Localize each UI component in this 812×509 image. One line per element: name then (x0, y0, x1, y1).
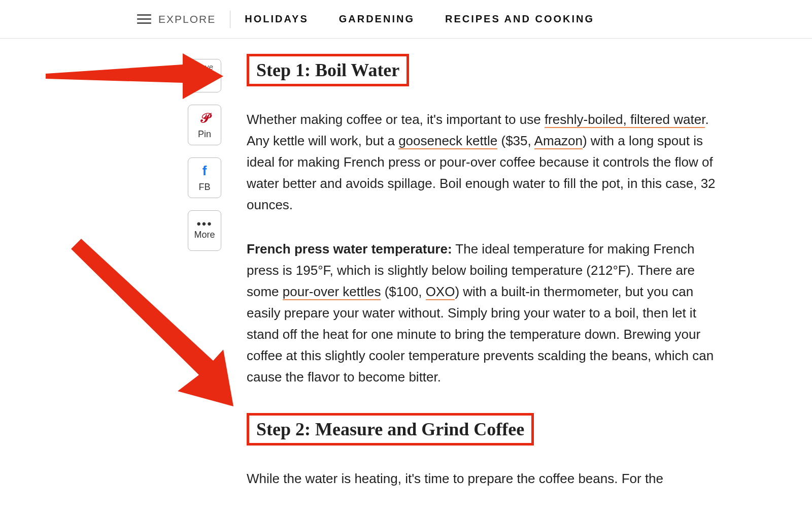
top-nav: EXPLORE HOLIDAYS GARDENING RECIPES AND C… (0, 0, 812, 39)
text: Whether making coffee or tea, it's impor… (247, 112, 545, 127)
nav-link-holidays[interactable]: HOLIDAYS (245, 13, 309, 25)
save-button[interactable]: Save (188, 59, 221, 92)
step2-heading: Step 2: Measure and Grind Coffee (247, 413, 534, 446)
pin-button[interactable]: 𝒫 Pin (188, 105, 221, 145)
nav-divider (230, 11, 230, 28)
save-label: Save (196, 62, 213, 71)
nav-link-gardening[interactable]: GARDENING (339, 13, 415, 25)
link-gooseneck-kettle[interactable]: gooseneck kettle (398, 133, 497, 149)
link-oxo[interactable]: OXO (426, 284, 455, 300)
explore-button[interactable]: EXPLORE (137, 13, 216, 25)
facebook-icon: f (202, 163, 207, 179)
nav-link-recipes[interactable]: RECIPES AND COOKING (445, 13, 594, 25)
link-amazon[interactable]: Amazon (534, 133, 583, 149)
fb-label: FB (198, 182, 210, 193)
pin-label: Pin (198, 129, 211, 140)
more-label: More (194, 230, 215, 240)
paragraph-3: While the water is heating, it's time to… (247, 468, 724, 489)
article-body: Step 1: Boil Water Whether making coffee… (247, 54, 724, 502)
text: ($35, (497, 133, 534, 148)
nav-links: HOLIDAYS GARDENING RECIPES AND COOKING (245, 13, 594, 25)
link-pourover-kettles[interactable]: pour-over kettles (283, 284, 381, 300)
text: ($100, (381, 284, 425, 299)
hamburger-icon (137, 14, 151, 24)
paragraph-1: Whether making coffee or tea, it's impor… (247, 109, 724, 216)
facebook-button[interactable]: f FB (188, 157, 221, 198)
explore-label: EXPLORE (158, 13, 216, 25)
pinterest-icon: 𝒫 (200, 111, 209, 126)
more-icon: ••• (196, 221, 212, 227)
more-button[interactable]: ••• More (188, 210, 221, 251)
paragraph-2: French press water temperature: The idea… (247, 238, 724, 388)
share-sidebar: Save 𝒫 Pin f FB ••• More (188, 59, 221, 251)
step1-heading: Step 1: Boil Water (247, 54, 409, 86)
link-filtered-water[interactable]: freshly-boiled, filtered water (545, 112, 705, 128)
p2-bold: French press water temperature: (247, 241, 452, 257)
